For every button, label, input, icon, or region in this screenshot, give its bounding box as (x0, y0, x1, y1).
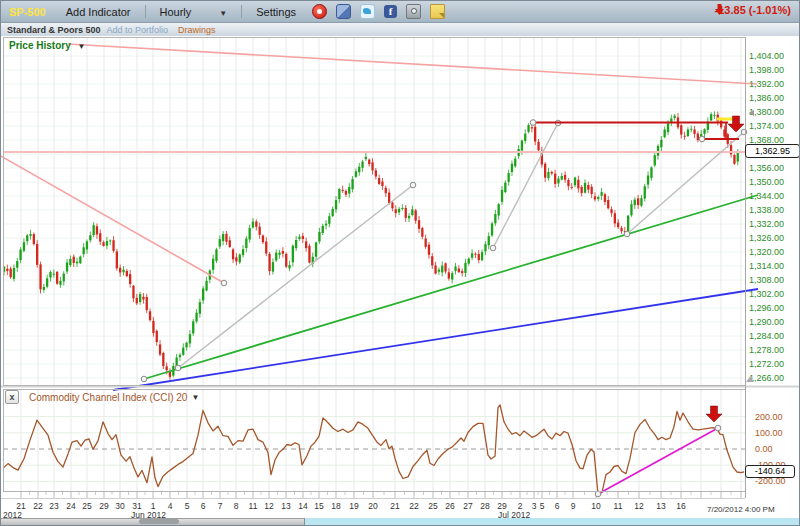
chevron-down-icon: ▼ (191, 393, 199, 402)
date-axis-label: 23 (49, 501, 59, 511)
cci-value-badge: -140.64 (745, 465, 795, 478)
price-axis-label: 1,344.00 (749, 191, 784, 201)
drawings-link[interactable]: Drawings (178, 25, 216, 35)
date-axis-label: 22 (409, 501, 419, 511)
date-axis-label: 15 (314, 501, 324, 511)
date-axis-label: 26 (445, 501, 455, 511)
date-axis-label: 25 (428, 501, 438, 511)
price-axis-label: 1,350.00 (749, 177, 784, 187)
chevron-down-icon: ▼ (219, 9, 227, 18)
cube-icon[interactable] (336, 4, 351, 19)
red-resistance-line-handle[interactable] (530, 120, 536, 126)
cci-axis-label: 200.00 (755, 412, 783, 422)
price-axis-label: 1,320.00 (749, 247, 784, 257)
date-axis-label: 20 (368, 501, 378, 511)
price-change-indicator: -13.85 (-1.01%) (715, 4, 791, 16)
price-axis-label: 1,404.00 (749, 51, 784, 61)
symbol-subtoolbar: Standard & Poors 500 Add to Portfolio Dr… (1, 23, 799, 36)
close-icon[interactable]: x (5, 390, 19, 404)
date-axis-label: 30 (115, 501, 125, 511)
price-axis-label: 1,332.00 (749, 219, 784, 229)
red-support-short-handle[interactable] (699, 136, 705, 142)
symbol-label[interactable]: SP-500 (9, 6, 46, 18)
price-history-label: Price History (9, 40, 71, 51)
price-axis-label: 1,386.00 (749, 93, 784, 103)
notes-icon[interactable] (430, 4, 445, 19)
date-axis-label: 22 (33, 501, 43, 511)
alerts-icon[interactable] (312, 4, 327, 19)
price-axis-label: 1,308.00 (749, 275, 784, 285)
camera-icon[interactable] (406, 4, 421, 19)
time-scrollbar[interactable] (1, 518, 799, 525)
date-axis-label: 6 (555, 501, 560, 511)
date-axis-label: 5 (185, 501, 190, 511)
price-axis-label: 1,356.00 (749, 163, 784, 173)
add-indicator-button[interactable]: Add Indicator (66, 6, 131, 18)
pink-lower-trendline-handle[interactable] (221, 280, 227, 286)
date-axis-label: 4 (168, 501, 173, 511)
scrollbar-grip[interactable] (139, 519, 179, 524)
date-axis-label: 10 (591, 501, 601, 511)
price-axis-label: 1,290.00 (749, 317, 784, 327)
date-axis-label: 8 (234, 501, 239, 511)
app-window: 1,404.001,398.001,392.001,386.001,380.00… (0, 0, 800, 526)
date-axis-label: 19 (349, 501, 359, 511)
chart-canvas[interactable]: 1,404.001,398.001,392.001,386.001,380.00… (1, 1, 799, 525)
gray-connector-1-handle[interactable] (410, 182, 416, 188)
magenta-cci-trendline-handle[interactable] (595, 491, 601, 497)
last-price-badge: 1,362.95 (745, 144, 800, 158)
price-axis-label: 1,398.00 (749, 65, 784, 75)
price-axis-label: 1,278.00 (749, 345, 784, 355)
toolbar-divider (145, 5, 146, 18)
change-text: -13.85 (-1.01%) (715, 4, 791, 16)
cci-indicator-dropdown[interactable]: Commodity Channel Index (CCI) 20 (29, 392, 187, 403)
price-axis-label: 1,374.00 (749, 121, 784, 131)
date-axis-label: 28 (480, 501, 490, 511)
facebook-icon[interactable]: f (384, 5, 397, 18)
price-history-dropdown[interactable]: Price History ▼ (9, 40, 85, 51)
date-axis-label: 27 (463, 501, 473, 511)
gray-connector-1-handle[interactable] (175, 365, 181, 371)
gray-connector-2-handle[interactable] (490, 245, 496, 251)
main-toolbar: SP-500 Add Indicator Hourly▼ Settings f … (1, 1, 799, 23)
cci-panel-header: x Commodity Channel Index (CCI) 20 ▼ (5, 390, 199, 404)
date-axis-label: 14 (298, 501, 308, 511)
gray-connector-3-handle[interactable] (624, 231, 630, 237)
date-axis-label: 5 (540, 501, 545, 511)
date-axis-label: 11 (614, 501, 623, 511)
interval-value: Hourly (160, 6, 192, 18)
settings-button[interactable]: Settings (256, 6, 296, 18)
date-axis-label: 9 (571, 501, 576, 511)
date-axis-label: 16 (676, 501, 686, 511)
date-axis-label: 7 (218, 501, 223, 511)
date-axis-label: 25 (82, 501, 92, 511)
price-axis-label: 1,326.00 (749, 233, 784, 243)
date-axis-label: 18 (331, 501, 341, 511)
toolbar-icons: f (312, 4, 445, 19)
date-axis-label: 21 (390, 501, 400, 511)
date-axis-label: 12 (634, 501, 644, 511)
price-axis-label: 1,380.00 (749, 107, 784, 117)
interval-dropdown[interactable]: Hourly▼ (160, 6, 228, 18)
date-axis-label: 3 (532, 501, 537, 511)
down-arrow-icon (715, 4, 724, 15)
twitter-icon[interactable] (360, 4, 375, 19)
price-axis-label: 1,284.00 (749, 331, 784, 341)
price-axis-label: 1,296.00 (749, 303, 784, 313)
magenta-cci-trendline-handle[interactable] (715, 425, 721, 431)
date-axis-label: 29 (99, 501, 109, 511)
cci-axis-label: 100.00 (755, 428, 783, 438)
date-axis-label: 13 (656, 501, 666, 511)
price-axis-label: 1,314.00 (749, 261, 784, 271)
chevron-down-icon: ▼ (77, 42, 85, 51)
date-axis-label: 12 (264, 501, 274, 511)
symbol-fullname: Standard & Poors 500 (7, 25, 101, 35)
price-axis-label: 1,302.00 (749, 289, 784, 299)
date-axis-label: 6 (201, 501, 206, 511)
add-to-portfolio-link[interactable]: Add to Portfolio (107, 25, 169, 35)
price-axis-label: 1,272.00 (749, 359, 784, 369)
cci-axis-label: 0.00 (755, 444, 773, 454)
price-axis-label: 1,338.00 (749, 205, 784, 215)
green-support-trendline-handle[interactable] (141, 376, 147, 382)
price-axis-label: 1,392.00 (749, 79, 784, 89)
